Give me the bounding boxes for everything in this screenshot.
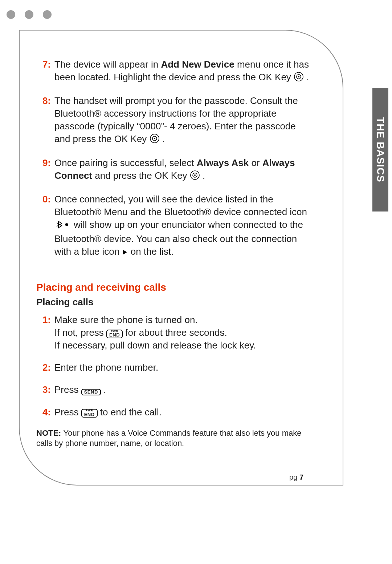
step-number: 2: [36, 361, 51, 374]
svg-point-2 [298, 76, 299, 77]
ok-key-icon [150, 133, 160, 147]
section-tab-label: THE BASICS [375, 117, 386, 182]
step-text: Once connected, you will see the device … [54, 193, 312, 259]
note-text: NOTE: Your phone has a Voice Commands fe… [36, 428, 312, 449]
step-item: 1: Make sure the phone is turned on. If … [36, 314, 312, 352]
section-heading: Placing and receiving calls [36, 281, 312, 294]
step-text: The handset will prompt you for the pass… [54, 94, 312, 147]
deco-dot [43, 10, 52, 19]
content-body: 7: The device will appear in Add New Dev… [36, 58, 312, 449]
step-item: 2: Enter the phone number. [36, 361, 312, 374]
step-number: 7: [36, 58, 51, 85]
step-item: 3: Press SEND . [36, 383, 312, 396]
pwr-end-key-icon: PWREND [81, 409, 98, 418]
step-item: 9: Once pairing is successful, select Al… [36, 157, 312, 184]
step-item: 0: Once connected, you will see the devi… [36, 193, 312, 259]
step-text: Press SEND . [54, 383, 312, 396]
step-number: 0: [36, 193, 51, 259]
step-item: 4: Press PWREND to end the call. [36, 406, 312, 419]
svg-point-8 [194, 174, 196, 176]
svg-point-5 [154, 138, 155, 139]
ok-key-icon [190, 170, 200, 184]
step-text: The device will appear in Add New Device… [54, 58, 312, 85]
pwr-end-key-icon: PWREND [106, 330, 123, 338]
deco-dot [25, 10, 33, 19]
manual-page: THE BASICS 7: The device will appear in … [0, 0, 392, 564]
step-number: 3: [36, 383, 51, 396]
step-text: Press PWREND to end the call. [54, 406, 312, 419]
step-number: 9: [36, 157, 51, 184]
step-item: 7: The device will appear in Add New Dev… [36, 58, 312, 85]
deco-dot [7, 10, 15, 19]
page-number: pg 7 [289, 472, 303, 482]
bluetooth-connected-icon [54, 220, 71, 233]
section-tab: THE BASICS [372, 88, 388, 212]
step-text: Once pairing is successful, select Alway… [54, 157, 312, 184]
ok-key-icon [294, 72, 304, 85]
send-key-icon: SEND [81, 389, 101, 395]
blue-play-icon [122, 246, 128, 259]
step-text: Make sure the phone is turned on. If not… [54, 314, 312, 352]
step-number: 4: [36, 406, 51, 419]
step-text: Enter the phone number. [54, 361, 312, 374]
step-item: 8: The handset will prompt you for the p… [36, 94, 312, 147]
step-number: 1: [36, 314, 51, 352]
step-number: 8: [36, 94, 51, 147]
sub-heading: Placing calls [36, 296, 312, 309]
